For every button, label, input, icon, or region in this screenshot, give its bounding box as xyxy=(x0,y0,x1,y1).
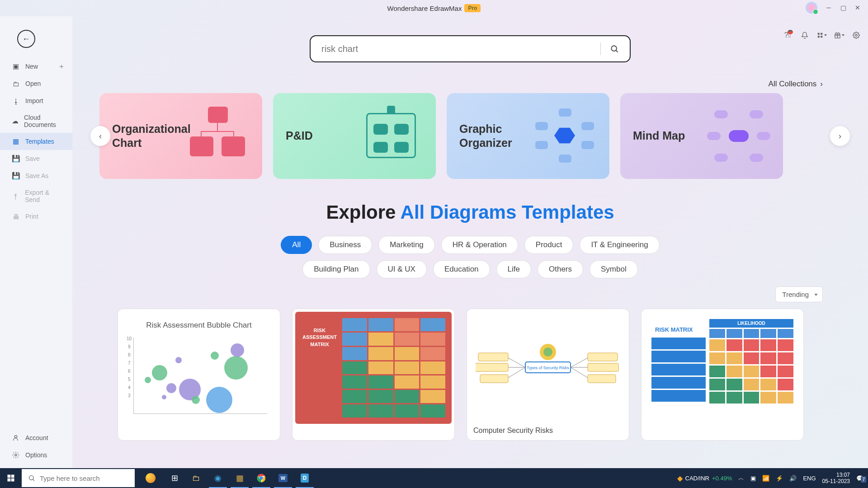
filter-uiux[interactable]: UI & UX xyxy=(377,260,427,278)
svg-rect-27 xyxy=(11,475,14,478)
sidebar-label: Print xyxy=(25,213,38,220)
back-button[interactable]: ← xyxy=(17,30,35,48)
tray-battery-icon[interactable]: ⚡ xyxy=(776,475,783,482)
maximize-button[interactable]: ▢ xyxy=(836,2,850,13)
taskbar-app-word[interactable]: W xyxy=(272,468,294,488)
filter-marketing[interactable]: Marketing xyxy=(378,236,435,254)
svg-rect-17 xyxy=(476,363,508,371)
template-card-bubble[interactable]: Risk Assessment Bubble Chart 10 9 8 7 6 … xyxy=(118,309,280,441)
gear-icon xyxy=(12,451,20,459)
start-button[interactable] xyxy=(0,468,22,488)
all-collections-label: All Collections xyxy=(769,80,817,89)
template-card-risk-matrix-2[interactable]: RISK MATRIX LIKELIHOOD xyxy=(641,309,804,441)
taskbar-app-explorer[interactable]: 🗀 xyxy=(185,468,207,488)
tray-clock[interactable]: 13:07 05-11-2023 xyxy=(822,472,850,485)
sidebar-item-save[interactable]: 💾 Save xyxy=(0,150,72,167)
tray-notifications-icon[interactable]: 💬7 xyxy=(856,475,863,482)
tray-wifi-icon[interactable]: 📶 xyxy=(762,475,769,482)
collection-card-graphic-organizer[interactable]: Graphic Organizer xyxy=(447,93,609,179)
carousel-next-button[interactable]: › xyxy=(830,126,850,146)
filter-business[interactable]: Business xyxy=(318,236,372,254)
close-button[interactable]: ✕ xyxy=(851,2,864,13)
sidebar-item-cloud[interactable]: ☁ Cloud Documents xyxy=(0,109,72,133)
filter-all[interactable]: All xyxy=(281,236,312,254)
search-input[interactable] xyxy=(321,44,591,54)
search-box[interactable] xyxy=(310,35,631,62)
svg-rect-29 xyxy=(11,479,14,482)
search-icon[interactable] xyxy=(610,44,619,53)
tray-language[interactable]: ENG xyxy=(803,475,816,482)
filter-life[interactable]: Life xyxy=(496,260,531,278)
filter-it[interactable]: IT & Engineering xyxy=(580,236,659,254)
pid-illustration xyxy=(360,107,423,165)
user-avatar[interactable] xyxy=(806,2,817,14)
thumb2-t1: RISK xyxy=(302,327,338,334)
security-risks-illustration: Types of Security Risks xyxy=(476,329,620,406)
minimize-button[interactable]: ─ xyxy=(822,2,835,13)
sidebar-item-templates[interactable]: ▦ Templates xyxy=(0,133,72,150)
taskbar-weather[interactable] xyxy=(137,473,164,483)
all-collections-link[interactable]: All Collections › xyxy=(90,80,823,89)
mind-map-illustration xyxy=(707,107,770,165)
taskbar-app-edrawmax[interactable]: D xyxy=(294,468,316,488)
sidebar-item-account[interactable]: Account xyxy=(0,429,72,446)
taskbar-app-taskview[interactable]: ⊞ xyxy=(164,468,185,488)
tray-chevron-up-icon[interactable]: ︿ xyxy=(738,474,744,482)
taskbar-app-edge[interactable]: ◉ xyxy=(207,468,229,488)
svg-text:Types of Security Risks: Types of Security Risks xyxy=(527,366,569,370)
collection-card-pid[interactable]: P&ID xyxy=(273,93,436,179)
explore-prefix: Explore xyxy=(326,202,400,223)
graphic-organizer-illustration xyxy=(533,107,597,165)
export-icon: ⭱ xyxy=(12,192,19,200)
sidebar-item-options[interactable]: Options xyxy=(0,446,72,464)
sidebar-item-print[interactable]: 🖶 Print xyxy=(0,208,72,225)
templates-icon: ▦ xyxy=(12,137,20,145)
pro-badge: Pro xyxy=(464,4,481,12)
sidebar-item-open[interactable]: 🗀 Open xyxy=(0,75,72,92)
explore-heading: Explore All Diagrams Templates xyxy=(90,202,850,223)
template-card-risk-matrix[interactable]: RISK ASSESSMENT MATRIX xyxy=(292,309,455,441)
stock-icon: ◆ xyxy=(677,474,683,483)
sidebar-label: Save xyxy=(25,155,40,162)
filter-education[interactable]: Education xyxy=(433,260,490,278)
taskbar-stock[interactable]: ◆ CAD/INR +0.49% xyxy=(677,474,732,483)
sidebar-label: Cloud Documents xyxy=(24,114,64,128)
sidebar-label: Import xyxy=(25,97,43,104)
filter-symbol[interactable]: Symbol xyxy=(590,260,638,278)
taskbar-search-input[interactable] xyxy=(40,474,117,482)
chevron-right-icon: › xyxy=(820,80,823,89)
sort-select[interactable]: Trending xyxy=(775,286,823,302)
filter-others[interactable]: Others xyxy=(538,260,583,278)
plus-square-icon: ▣ xyxy=(12,62,20,70)
add-icon[interactable]: ＋ xyxy=(58,62,65,71)
sidebar-item-export[interactable]: ⭱ Export & Send xyxy=(0,184,72,208)
stock-pair: CAD/INR xyxy=(685,475,709,482)
collection-card-mind-map[interactable]: Mind Map xyxy=(620,93,783,179)
tray-meet-now-icon[interactable]: ▣ xyxy=(750,475,756,482)
taskbar-search[interactable] xyxy=(22,469,135,487)
sidebar-label: Open xyxy=(25,80,41,87)
filter-building[interactable]: Building Plan xyxy=(302,260,370,278)
taskbar-app-chrome[interactable] xyxy=(250,468,272,488)
taskbar-app-notes[interactable]: ▦ xyxy=(229,468,250,488)
svg-rect-25 xyxy=(588,375,616,383)
explore-highlight: All Diagrams Templates xyxy=(401,202,614,223)
svg-rect-15 xyxy=(478,353,508,361)
svg-line-14 xyxy=(507,357,525,367)
org-chart-illustration xyxy=(186,107,250,165)
sidebar-item-new[interactable]: ▣ New ＋ xyxy=(0,58,72,75)
windows-taskbar: ⊞ 🗀 ◉ ▦ W D ◆ CAD/INR +0.49% ︿ ▣ 📶 ⚡ 🔊 E… xyxy=(0,468,868,488)
import-icon: ⭳ xyxy=(12,97,20,105)
filter-hr[interactable]: HR & Operation xyxy=(441,236,518,254)
filter-product[interactable]: Product xyxy=(524,236,574,254)
collection-title: Mind Map xyxy=(633,129,685,143)
collection-title: Graphic Organizer xyxy=(459,122,532,150)
tray-date: 05-11-2023 xyxy=(822,478,850,484)
template-card-security-risks[interactable]: Types of Security Risks Computer Securit… xyxy=(467,309,629,441)
collection-card-org-chart[interactable]: Organizational Chart xyxy=(99,93,262,179)
svg-point-11 xyxy=(543,347,552,357)
sidebar-item-import[interactable]: ⭳ Import xyxy=(0,92,72,109)
tray-volume-icon[interactable]: 🔊 xyxy=(789,475,797,482)
sidebar-item-saveas[interactable]: 💾 Save As xyxy=(0,167,72,184)
carousel-prev-button[interactable]: ‹ xyxy=(90,126,110,146)
